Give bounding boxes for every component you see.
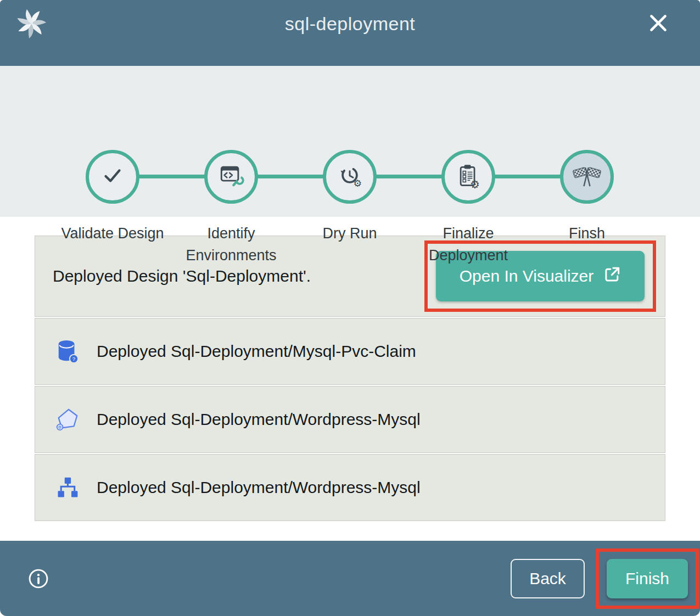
modal-title: sql-deployment xyxy=(0,13,700,35)
step-label: Dry Run xyxy=(290,222,409,244)
step-label: Finalize Deployment xyxy=(409,222,528,266)
modal-footer: Back Finish xyxy=(0,541,700,616)
step-validate-design: Validate Design xyxy=(53,150,172,244)
deployment-result-text: Deployed Sql-Deployment/Wordpress-Mysql xyxy=(97,478,421,497)
deployment-stepper: Validate Design Identify Environments xyxy=(0,66,700,217)
deployment-result-text: Deployed Sql-Deployment/Mysql-Pvc-Claim xyxy=(97,342,416,361)
step-circle-finish xyxy=(560,150,614,204)
step-circle-dry-run: ⚙ xyxy=(323,150,377,204)
step-finalize-deployment: ⚙ Finalize Deployment xyxy=(409,150,528,266)
step-identify-environments: Identify Environments xyxy=(172,150,290,266)
modal-body: Deployed Design 'Sql-Deployment'. Open I… xyxy=(0,217,700,541)
database-icon: ? xyxy=(55,338,80,365)
step-label: Identify Environments xyxy=(172,222,290,266)
back-button[interactable]: Back xyxy=(511,559,585,598)
deployment-result-row: Deployed Sql-Deployment/Wordpress-Mysql xyxy=(35,386,665,453)
info-icon xyxy=(27,583,49,591)
close-button[interactable] xyxy=(646,10,671,36)
step-circle-finalize-deployment: ⚙ xyxy=(441,150,495,204)
tree-icon xyxy=(55,476,80,499)
step-dry-run: ⚙ Dry Run xyxy=(290,150,409,244)
summary-row: Deployed Design 'Sql-Deployment'. Open I… xyxy=(35,236,665,317)
svg-text:⚙: ⚙ xyxy=(353,178,362,188)
step-label: Validate Design xyxy=(53,222,172,244)
deployment-result-text: Deployed Sql-Deployment/Wordpress-Mysql xyxy=(97,410,421,429)
modal-header: sql-deployment xyxy=(0,0,700,66)
info-button[interactable] xyxy=(27,568,49,590)
open-in-visualizer-label: Open In Visualizer xyxy=(460,267,594,285)
code-window-icon xyxy=(218,164,244,190)
highlight-box-finish: Finish xyxy=(596,548,699,609)
deployment-result-row: Deployed Sql-Deployment/Wordpress-Mysql xyxy=(35,454,665,521)
svg-text:⚙: ⚙ xyxy=(470,178,480,189)
clipboard-gear-icon: ⚙ xyxy=(455,163,481,191)
deployment-result-row: ? Deployed Sql-Deployment/Mysql-Pvc-Clai… xyxy=(35,318,665,385)
summary-text: Deployed Design 'Sql-Deployment'. xyxy=(53,267,311,285)
close-icon xyxy=(646,29,671,37)
finish-button[interactable]: Finish xyxy=(607,559,688,598)
dry-run-icon: ⚙ xyxy=(337,163,363,191)
step-circle-validate-design xyxy=(86,150,139,204)
deployment-wizard-modal: sql-deployment Validate Design xyxy=(0,0,700,616)
pentagon-icon xyxy=(55,407,80,432)
footer-actions: Back Finish xyxy=(511,548,699,609)
step-finish: Finsh xyxy=(528,150,646,244)
check-icon xyxy=(100,163,125,191)
svg-text:?: ? xyxy=(72,356,75,362)
external-link-icon xyxy=(603,266,621,287)
step-circle-identify-environments xyxy=(204,150,258,204)
checkered-flags-icon xyxy=(572,163,602,191)
step-label: Finsh xyxy=(528,222,646,244)
